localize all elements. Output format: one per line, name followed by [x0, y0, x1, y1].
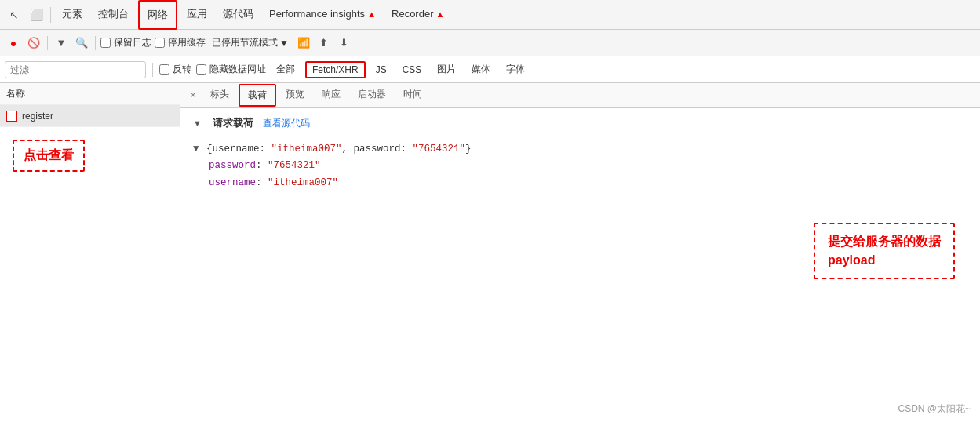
- payload-content: ▼ 请求载荷 查看源代码 ▼ {username: "itheima007", …: [180, 108, 980, 422]
- filter-input[interactable]: [5, 61, 146, 78]
- search-button[interactable]: 🔍: [73, 35, 90, 52]
- filter-bar: 反转 隐藏数据网址 全部 Fetch/XHR JS CSS 图片 媒体 字体: [0, 56, 980, 83]
- payload-section: ▼ 请求载荷 查看源代码: [193, 116, 967, 135]
- annotation-area: 点击查看: [0, 127, 180, 184]
- json-collapse-icon[interactable]: ▼: [193, 144, 199, 155]
- tab-network[interactable]: 网络: [138, 0, 177, 30]
- upload-icon[interactable]: ⬆: [315, 35, 333, 52]
- tab-preview[interactable]: 预览: [278, 85, 312, 106]
- watermark: CSDN @太阳花~: [898, 402, 971, 416]
- request-list: 名称 register 点击查看: [0, 83, 180, 422]
- filter-fetch-xhr[interactable]: Fetch/XHR: [305, 61, 366, 78]
- network-controls-bar: ● 🚫 ▼ 🔍 保留日志 停用缓存 已停用节流模式 ▼ 📶 ⬆ ⬇: [0, 30, 980, 56]
- hide-data-urls-checkbox[interactable]: [196, 64, 206, 75]
- detail-panel: × 标头 载荷 预览 响应 启动器 时间: [180, 83, 980, 422]
- filter-all[interactable]: 全部: [271, 61, 301, 78]
- json-username-line: username: "itheima007": [193, 175, 967, 191]
- controls-separator-2: [95, 36, 96, 50]
- filter-img[interactable]: 图片: [432, 61, 461, 78]
- cursor-icon[interactable]: ↖: [3, 4, 25, 26]
- detail-tabs: × 标头 载荷 预览 响应 启动器 时间: [180, 83, 980, 108]
- preserve-log-label[interactable]: 保留日志: [100, 36, 151, 49]
- wifi-icon[interactable]: 📶: [295, 35, 312, 52]
- tab-performance-insights[interactable]: Performance insights ▲: [261, 0, 384, 30]
- filter-css[interactable]: CSS: [397, 63, 428, 77]
- tab-payload[interactable]: 载荷: [239, 84, 276, 107]
- performance-warn-icon: ▲: [367, 9, 376, 19]
- close-detail-button[interactable]: ×: [185, 85, 201, 106]
- json-root-line: ▼ {username: "itheima007", password: "76…: [193, 141, 967, 158]
- hide-data-urls-label[interactable]: 隐藏数据网址: [196, 63, 266, 76]
- tab-recorder[interactable]: Recorder ▲: [384, 0, 452, 30]
- tab-console[interactable]: 控制台: [90, 0, 137, 30]
- invert-label[interactable]: 反转: [159, 63, 191, 76]
- tab-initiator[interactable]: 启动器: [350, 85, 394, 106]
- tab-timing[interactable]: 时间: [395, 85, 430, 106]
- clear-button[interactable]: 🚫: [25, 35, 42, 52]
- filter-media[interactable]: 媒体: [466, 61, 496, 78]
- click-to-view-annotation: 点击查看: [13, 140, 85, 172]
- request-list-header: 名称: [0, 83, 180, 105]
- download-icon[interactable]: ⬇: [336, 35, 353, 52]
- filter-font[interactable]: 字体: [501, 61, 530, 78]
- json-password-line: password: "7654321": [193, 158, 967, 174]
- disable-cache-checkbox[interactable]: [155, 38, 165, 48]
- devtools-tab-bar: ↖ ⬜ 元素 控制台 网络 应用 源代码 Performance insight…: [0, 0, 980, 30]
- tab-headers[interactable]: 标头: [202, 85, 237, 106]
- right-annotation-container: 提交给服务器的数据 payload: [193, 207, 967, 287]
- disable-cache-label[interactable]: 停用缓存: [155, 36, 206, 49]
- request-item-register[interactable]: register: [0, 105, 180, 127]
- view-source-link[interactable]: 查看源代码: [263, 117, 310, 130]
- filter-js[interactable]: JS: [370, 63, 392, 77]
- main-content: 名称 register 点击查看 × 标头 载荷 预览: [0, 83, 980, 422]
- tab-separator: [50, 7, 51, 23]
- invert-checkbox[interactable]: [159, 64, 169, 75]
- throttle-select[interactable]: 已停用节流模式 ▼: [209, 35, 292, 51]
- recorder-warn-icon: ▲: [435, 9, 444, 19]
- tab-application[interactable]: 应用: [179, 0, 215, 30]
- payload-section-header: ▼ 请求载荷 查看源代码: [193, 116, 310, 130]
- chevron-down-icon: ▼: [279, 38, 289, 49]
- section-title: 请求载荷: [213, 116, 253, 130]
- tab-sources[interactable]: 源代码: [215, 0, 261, 30]
- filter-bar-separator: [152, 63, 153, 77]
- tab-response[interactable]: 响应: [314, 85, 348, 106]
- register-item-icon: [6, 111, 17, 122]
- submit-data-annotation: 提交给服务器的数据 payload: [814, 223, 955, 279]
- device-icon[interactable]: ⬜: [25, 4, 47, 26]
- tab-elements[interactable]: 元素: [54, 0, 90, 30]
- record-button[interactable]: ●: [5, 35, 22, 52]
- triangle-icon: ▼: [193, 118, 202, 128]
- preserve-log-checkbox[interactable]: [100, 38, 111, 48]
- filter-toggle-button[interactable]: ▼: [53, 35, 70, 52]
- controls-separator-1: [47, 36, 48, 50]
